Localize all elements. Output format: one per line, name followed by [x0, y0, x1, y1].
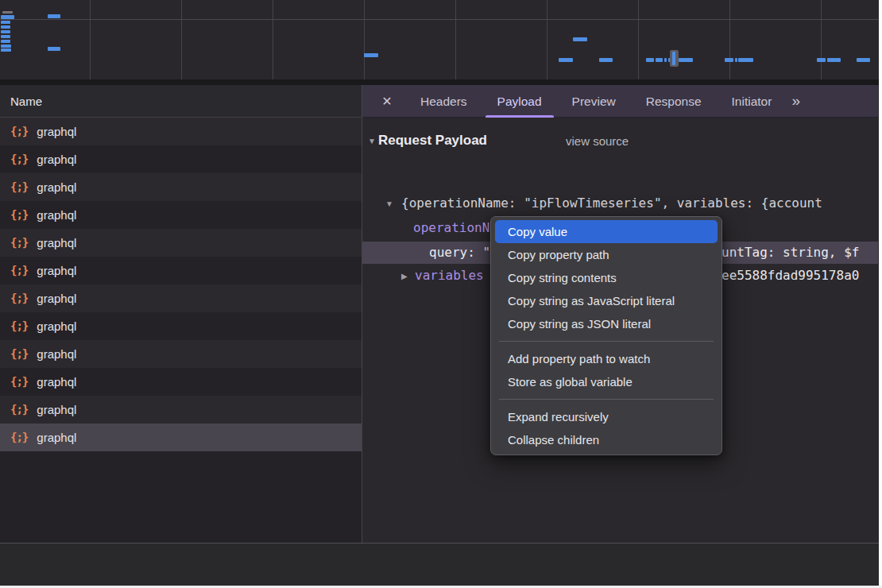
devtools-window: Name {;}graphql{;}graphql{;}graphql{;}gr… [0, 0, 882, 588]
request-name: graphql [37, 153, 76, 166]
request-name: graphql [37, 431, 76, 444]
request-name: graphql [37, 375, 76, 389]
json-icon: {;} [10, 208, 28, 221]
grid-line [729, 0, 730, 79]
json-icon: {;} [10, 153, 28, 165]
property-value-continued: ee5588fdad995178a0 [721, 268, 859, 283]
tabs-container: HeadersPayloadPreviewResponseInitiator [405, 85, 787, 118]
expand-triangle-icon[interactable]: ▶ [401, 272, 408, 280]
json-icon: {;} [10, 319, 28, 332]
timeline-bar [1, 35, 10, 38]
timeline-bar [599, 58, 613, 62]
payload-root-preview: {operationName: "ipFlowTimeseries", vari… [401, 195, 822, 211]
request-row[interactable]: {;}graphql [0, 312, 362, 340]
menu-item[interactable]: Copy property path [491, 243, 721, 266]
json-icon: {;} [10, 375, 28, 388]
request-name: graphql [37, 208, 76, 222]
grid-line [455, 0, 456, 79]
request-name: graphql [37, 347, 76, 361]
tab-initiator[interactable]: Initiator [718, 85, 786, 118]
payload-root-row[interactable]: ▼ {operationName: "ipFlowTimeseries", va… [362, 195, 878, 215]
grid-line [364, 0, 365, 79]
grid-line [0, 19, 882, 20]
request-name: graphql [37, 319, 76, 333]
section-title: Request Payload [378, 133, 487, 149]
json-icon: {;} [10, 292, 28, 304]
timeline-bar [817, 58, 826, 62]
timeline-bar [1, 15, 14, 19]
timeline-bar [1, 30, 10, 33]
collapse-triangle-icon[interactable]: ▼ [385, 199, 393, 208]
grid-line [547, 0, 547, 79]
json-icon: {;} [10, 431, 28, 443]
json-icon: {;} [10, 403, 28, 416]
menu-item[interactable]: Add property path to watch [491, 347, 721, 370]
timeline-bar [738, 58, 753, 62]
collapse-triangle-icon[interactable]: ▼ [368, 137, 376, 145]
grid-line [273, 0, 273, 79]
menu-item[interactable]: Copy string as JSON literal [491, 312, 721, 335]
request-row[interactable]: {;}graphql [0, 284, 362, 312]
menu-separator [499, 399, 714, 400]
menu-item[interactable]: Collapse children [491, 428, 721, 451]
timeline-bar [573, 37, 587, 41]
timeline-bar [735, 58, 737, 62]
menu-separator [499, 341, 714, 342]
property-key: variables [415, 268, 484, 283]
request-row[interactable]: {;}graphql [0, 368, 362, 396]
request-name: graphql [37, 403, 76, 416]
timeline-bar [1, 25, 10, 29]
tab-response[interactable]: Response [632, 85, 715, 118]
hover-marker-tick [672, 52, 675, 65]
request-row[interactable]: {;}graphql [0, 424, 362, 451]
request-row[interactable]: {;}graphql [0, 173, 362, 201]
json-icon: {;} [10, 347, 28, 360]
request-name: graphql [37, 292, 76, 305]
json-icon: {;} [10, 180, 28, 193]
tab-headers[interactable]: Headers [407, 85, 481, 118]
grid-line [181, 0, 182, 79]
timeline-bar [1, 21, 10, 24]
menu-item[interactable]: Expand recursively [491, 405, 721, 428]
json-icon: {;} [10, 236, 28, 249]
view-source-link[interactable]: view source [566, 134, 629, 148]
menu-item[interactable]: Store as global variable [491, 370, 721, 393]
timeline-bar [364, 53, 378, 57]
timeline-bar [1, 44, 11, 48]
timeline-bar [1, 48, 11, 52]
tab-preview[interactable]: Preview [559, 85, 629, 118]
request-row[interactable]: {;}graphql [0, 340, 362, 368]
menu-item[interactable]: Copy value [495, 220, 718, 243]
more-tabs-icon[interactable]: » [791, 92, 799, 110]
grid-line [90, 0, 91, 79]
menu-item[interactable]: Copy string contents [491, 266, 721, 289]
timeline-bar [827, 58, 841, 62]
grid-line [638, 0, 639, 79]
request-name: graphql [37, 264, 76, 277]
property-value-continued: untTag: string, $f [721, 245, 859, 260]
timeline-bar [664, 58, 667, 62]
request-list: {;}graphql{;}graphql{;}graphql{;}graphql… [0, 118, 362, 451]
tab-payload[interactable]: Payload [484, 85, 555, 118]
request-row[interactable]: {;}graphql [0, 229, 362, 257]
context-menu: Copy valueCopy property pathCopy string … [490, 216, 722, 455]
summary-bar [0, 544, 882, 586]
request-row[interactable]: {;}graphql [0, 396, 362, 424]
request-row[interactable]: {;}graphql [0, 257, 362, 284]
detail-tabs: ✕ HeadersPayloadPreviewResponseInitiator… [362, 85, 878, 118]
timeline-bar [656, 58, 663, 62]
network-overview-chart[interactable] [0, 0, 882, 79]
timeline-bar [857, 58, 870, 62]
timeline-bar [679, 58, 693, 62]
timeline-bar [559, 58, 573, 62]
menu-item[interactable]: Copy string as JavaScript literal [491, 289, 721, 312]
request-row[interactable]: {;}graphql [0, 145, 362, 173]
timeline-bar [2, 11, 13, 14]
request-payload-section: ▼ Request Payload view source [362, 133, 878, 152]
timeline-bar [48, 14, 60, 18]
timeline-bar [1, 40, 10, 43]
close-icon[interactable]: ✕ [375, 94, 399, 109]
name-column-header[interactable]: Name [0, 85, 362, 118]
request-row[interactable]: {;}graphql [0, 201, 362, 229]
request-row[interactable]: {;}graphql [0, 118, 362, 145]
